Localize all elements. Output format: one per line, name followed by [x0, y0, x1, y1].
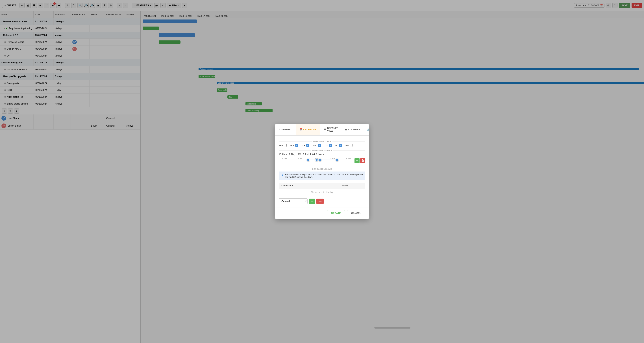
- tue-label: Tue: [302, 144, 306, 147]
- working-days-section: WORKING DAYS: [279, 140, 365, 142]
- extra-holidays-label: EXTRA HOLIDAYS: [312, 168, 332, 170]
- day-sun: Sun: [279, 144, 286, 147]
- tab-columns[interactable]: ⊞ COLUMNS: [342, 124, 364, 135]
- jira-tab-icon: 🔗: [367, 128, 369, 131]
- slider-handle-1[interactable]: [307, 158, 310, 162]
- tab-general[interactable]: ℹ GENERAL: [275, 124, 296, 135]
- tue-checkbox[interactable]: ✓: [306, 144, 309, 147]
- extra-holidays-table: CALENDAR DATE No records to display: [279, 183, 365, 196]
- slider-handle-4[interactable]: [336, 158, 338, 162]
- mon-label: Mon: [290, 144, 294, 147]
- extra-table-header: CALENDAR DATE: [279, 183, 365, 188]
- divider-line-right3: [333, 169, 365, 169]
- slider-label-8am: 8 AM: [298, 158, 302, 160]
- slider-add-button[interactable]: +: [354, 158, 360, 163]
- slider-label-4pm: 4 PM: [330, 158, 335, 160]
- columns-icon: ⊞: [345, 128, 347, 131]
- thu-checkbox[interactable]: ✓: [329, 144, 332, 147]
- extra-table-empty: No records to display: [279, 188, 365, 196]
- cancel-button[interactable]: CANCEL: [347, 210, 365, 216]
- day-wed: Wed ✓: [312, 144, 321, 147]
- working-hours-section: WORKING HOURS: [279, 149, 365, 152]
- divider-line-left: [279, 141, 312, 142]
- modal-footer: UPDATE CANCEL: [275, 207, 369, 219]
- col-date-header: DATE: [340, 183, 365, 188]
- no-records-text: No records to display: [311, 191, 333, 194]
- extra-holidays-section: EXTRA HOLIDAYS: [279, 168, 365, 170]
- modal-tabs: ℹ GENERAL 📅 CALENDAR 🖥 DEFAULT VIEW ⊞ CO…: [275, 124, 369, 136]
- info-icon: ℹ: [279, 128, 280, 131]
- slider-labels: 4 AM 8 AM 12 PM 4 PM 8 PM: [279, 158, 365, 160]
- day-fri: Fri ✓: [335, 144, 342, 147]
- slider-handle-2[interactable]: [315, 158, 318, 162]
- slider-buttons: + 🗑: [354, 158, 365, 163]
- monitor-icon: 🖥: [324, 128, 326, 131]
- working-days-label: WORKING DAYS: [313, 140, 331, 142]
- calendar-settings-modal: ℹ GENERAL 📅 CALENDAR 🖥 DEFAULT VIEW ⊞ CO…: [275, 124, 369, 219]
- slider-fill-2: [320, 160, 337, 160]
- modal-overlay: ℹ GENERAL 📅 CALENDAR 🖥 DEFAULT VIEW ⊞ CO…: [0, 0, 644, 343]
- slider-handle-3[interactable]: [318, 158, 322, 162]
- working-hours-label: WORKING HOURS: [312, 149, 332, 152]
- fri-checkbox[interactable]: ✓: [339, 144, 342, 147]
- col-calendar-header: CALENDAR: [279, 183, 340, 188]
- sat-label: Sat: [345, 144, 349, 147]
- tab-default-view[interactable]: 🖥 DEFAULT VIEW: [320, 124, 342, 135]
- working-hours-description: 10 AM - 12 PM, 1 PM - 7 PM, Total: 8 hou…: [279, 153, 365, 156]
- slider-label-8pm: 8 PM: [346, 158, 351, 160]
- slider-delete-button[interactable]: 🗑: [360, 158, 365, 163]
- working-days-row: Sun Mon ✓ Tue ✓ Wed ✓ Thu ✓: [279, 144, 365, 147]
- working-hours-slider: + 🗑 4 AM 8 AM 12 PM 4 PM 8 PM: [279, 158, 365, 166]
- divider-line-right: [332, 141, 366, 142]
- info-box-icon: ℹ: [282, 173, 283, 177]
- thu-label: Thu: [324, 144, 328, 147]
- day-sat: Sat: [345, 144, 352, 147]
- calendar-tab-icon: 📅: [300, 128, 302, 131]
- sat-checkbox[interactable]: [350, 144, 352, 147]
- calendar-dropdown-row: General + —: [279, 198, 365, 204]
- modal-body: WORKING DAYS Sun Mon ✓ Tue ✓ Wed: [275, 136, 369, 207]
- sun-label: Sun: [279, 144, 283, 147]
- mon-checkbox[interactable]: ✓: [295, 144, 298, 147]
- fri-label: Fri: [335, 144, 338, 147]
- divider-line-left3: [279, 169, 311, 169]
- sun-checkbox[interactable]: [284, 144, 286, 147]
- info-box: ℹ You can define multiple resource calen…: [279, 172, 365, 180]
- update-button[interactable]: UPDATE: [327, 210, 345, 216]
- calendar-remove-button[interactable]: —: [316, 198, 324, 204]
- wed-label: Wed: [312, 144, 317, 147]
- day-thu: Thu ✓: [324, 144, 332, 147]
- wed-checkbox[interactable]: ✓: [318, 144, 321, 147]
- day-tue: Tue ✓: [302, 144, 309, 147]
- slider-track: [282, 160, 351, 160]
- slider-label-4am: 4 AM: [282, 158, 287, 160]
- tab-calendar[interactable]: 📅 CALENDAR: [296, 124, 320, 135]
- calendar-add-button[interactable]: +: [309, 198, 315, 204]
- tab-jira[interactable]: 🔗 JIRA: [364, 124, 369, 135]
- calendar-dropdown[interactable]: General: [279, 198, 308, 204]
- info-box-text: You can define multiple resource calenda…: [285, 173, 363, 178]
- day-mon: Mon ✓: [290, 144, 298, 147]
